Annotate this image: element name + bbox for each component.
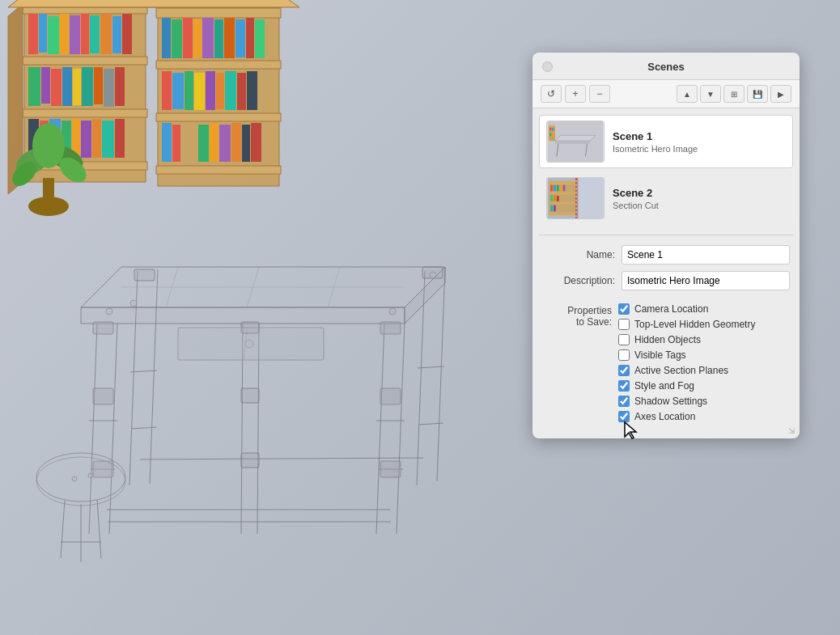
play-icon: ▶ — [778, 90, 784, 99]
svg-rect-61 — [210, 123, 218, 162]
description-input[interactable] — [622, 271, 790, 290]
close-button[interactable] — [542, 61, 553, 72]
svg-rect-140 — [552, 133, 554, 136]
active-section-planes-checkbox[interactable] — [618, 365, 630, 376]
svg-rect-59 — [172, 125, 180, 162]
name-label: Name: — [542, 249, 615, 260]
svg-point-110 — [106, 308, 112, 315]
svg-rect-56 — [237, 73, 246, 110]
svg-rect-41 — [183, 18, 193, 58]
axes-location-label: Axes Location — [634, 411, 695, 422]
visible-tags-checkbox[interactable] — [618, 349, 630, 361]
svg-rect-7 — [39, 14, 47, 53]
svg-line-99 — [418, 366, 444, 368]
scene-list: Scene 1 Isometric Hero Image — [532, 108, 800, 231]
add-icon: + — [572, 88, 578, 99]
checkbox-row-section-planes: Active Section Planes — [618, 365, 755, 376]
svg-rect-16 — [28, 67, 40, 106]
svg-line-86 — [397, 324, 405, 534]
svg-rect-31 — [92, 119, 101, 158]
grid-view-button[interactable]: ⊞ — [723, 85, 745, 103]
svg-marker-76 — [81, 307, 405, 324]
svg-line-85 — [376, 324, 384, 534]
remove-scene-button[interactable]: − — [589, 85, 610, 103]
resize-handle[interactable]: ⇲ — [788, 426, 795, 435]
svg-rect-137 — [549, 128, 551, 131]
top-level-hidden-geometry-checkbox[interactable] — [618, 319, 630, 330]
svg-rect-33 — [115, 119, 125, 158]
move-up-button[interactable]: ▲ — [677, 85, 698, 103]
svg-line-98 — [437, 267, 445, 481]
scene-2-name: Scene 2 — [613, 187, 786, 199]
divider — [539, 235, 793, 235]
svg-rect-14 — [112, 16, 121, 53]
panel-titlebar: Scenes — [532, 53, 800, 80]
svg-line-116 — [61, 500, 65, 558]
style-and-fog-label: Style and Fog — [634, 380, 694, 392]
camera-location-label: Camera Location — [634, 303, 708, 315]
scene-1-description: Isometric Hero Image — [613, 144, 786, 154]
svg-marker-160 — [625, 422, 636, 438]
scene-item-1[interactable]: Scene 1 Isometric Hero Image — [539, 115, 793, 168]
scene-1-info: Scene 1 Isometric Hero Image — [613, 130, 786, 154]
hidden-objects-label: Hidden Objects — [634, 334, 701, 345]
svg-rect-145 — [549, 202, 576, 205]
svg-rect-45 — [224, 18, 235, 58]
move-down-button[interactable]: ▼ — [700, 85, 721, 103]
svg-rect-6 — [28, 14, 38, 54]
svg-rect-17 — [41, 67, 50, 104]
desk-wireframe — [16, 162, 502, 599]
scene-1-thumbnail — [546, 121, 605, 163]
svg-rect-49 — [162, 71, 172, 110]
svg-rect-23 — [104, 69, 114, 107]
svg-rect-54 — [216, 73, 224, 109]
save-button[interactable]: 💾 — [747, 85, 768, 103]
svg-point-121 — [88, 473, 93, 478]
svg-rect-65 — [251, 123, 261, 162]
properties-section: Name: Description: — [532, 239, 800, 303]
remove-icon: − — [596, 88, 602, 99]
svg-rect-15 — [122, 14, 132, 54]
shadow-settings-checkbox[interactable] — [618, 396, 630, 407]
svg-rect-154 — [557, 196, 559, 201]
svg-point-128 — [245, 340, 253, 348]
svg-line-117 — [97, 500, 101, 558]
camera-location-checkbox[interactable] — [618, 303, 630, 315]
checkbox-row-hidden-objects: Hidden Objects — [618, 334, 755, 345]
panel-title: Scenes — [647, 61, 685, 73]
hidden-objects-checkbox[interactable] — [618, 334, 630, 345]
name-input[interactable] — [622, 245, 790, 265]
properties-to-save-label: Propertiesto Save: — [542, 303, 618, 328]
scene-item-2[interactable]: Scene 2 Section Cut — [539, 171, 793, 225]
svg-point-111 — [389, 308, 396, 315]
svg-point-114 — [36, 453, 125, 502]
style-and-fog-checkbox[interactable] — [618, 380, 630, 392]
svg-rect-131 — [555, 141, 590, 144]
active-section-planes-label: Active Section Planes — [634, 365, 728, 376]
panel-toolbar: ↺ + − ▲ ▼ ⊞ 💾 ▶ — [532, 80, 800, 108]
svg-rect-48 — [255, 19, 265, 58]
svg-rect-37 — [156, 113, 281, 121]
svg-rect-109 — [241, 453, 259, 468]
svg-line-78 — [89, 324, 97, 534]
svg-rect-153 — [554, 195, 556, 201]
properties-to-save-section: Propertiesto Save: Camera Location Top-L… — [532, 303, 800, 422]
checkbox-row-hidden-geo: Top-Level Hidden Geometry — [618, 319, 755, 330]
refresh-button[interactable]: ↺ — [541, 85, 562, 103]
svg-rect-10 — [70, 15, 80, 54]
svg-rect-91 — [380, 461, 401, 477]
svg-rect-50 — [172, 73, 184, 109]
scene-2-thumbnail — [546, 177, 605, 219]
add-scene-button[interactable]: + — [565, 85, 586, 103]
play-button[interactable]: ▶ — [770, 85, 791, 103]
name-row: Name: — [542, 245, 790, 265]
svg-rect-22 — [94, 67, 103, 104]
svg-rect-135 — [549, 125, 555, 128]
svg-rect-64 — [242, 125, 250, 162]
svg-rect-42 — [193, 19, 202, 57]
mouse-cursor — [623, 421, 639, 440]
svg-point-112 — [130, 300, 137, 307]
svg-rect-36 — [156, 61, 281, 69]
svg-rect-9 — [60, 14, 69, 54]
svg-rect-13 — [100, 14, 112, 54]
